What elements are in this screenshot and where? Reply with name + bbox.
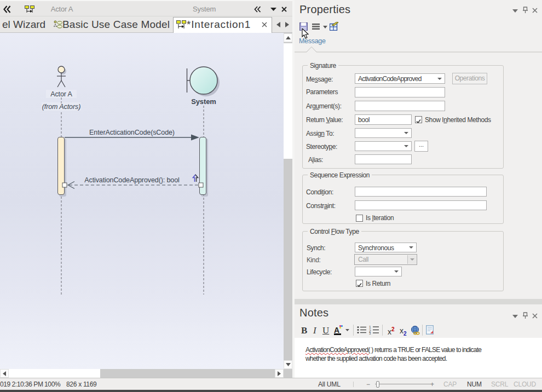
svg-text:Actor A: Actor A	[50, 90, 72, 98]
svg-text:ActivationCodeApproved(): bool: ActivationCodeApproved(): bool	[84, 176, 180, 184]
svg-text:1: 1	[369, 325, 371, 329]
svg-text:EnterActicationCode(sCode): EnterActicationCode(sCode)	[89, 129, 175, 136]
svg-text:(from Actors): (from Actors)	[42, 103, 80, 111]
svg-text:System: System	[191, 97, 216, 106]
